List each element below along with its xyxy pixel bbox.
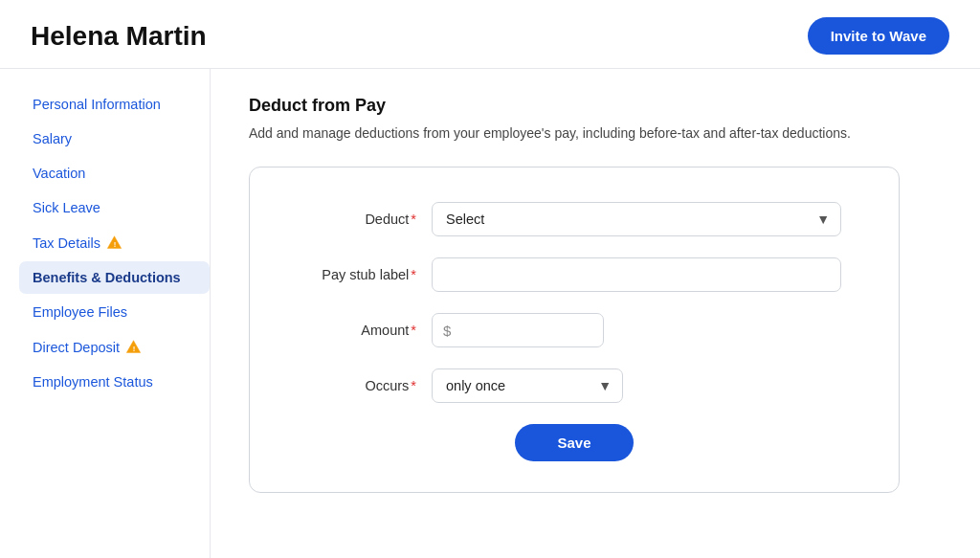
deduct-select-wrap: Select ▼: [432, 202, 841, 236]
sidebar-item-label: Vacation: [33, 166, 85, 181]
sidebar-item-label: Personal Information: [33, 97, 161, 112]
sidebar-item-label: Salary: [33, 131, 72, 146]
pay-stub-label-input[interactable]: [432, 257, 841, 292]
sidebar-item-personal-information[interactable]: Personal Information: [19, 88, 210, 121]
required-star: *: [411, 212, 416, 227]
occurs-label: Occurs*: [307, 378, 432, 393]
svg-text:!: !: [133, 345, 136, 353]
warning-icon: !: [106, 234, 122, 251]
svg-text:!: !: [114, 240, 117, 249]
deduct-form-card: Deduct* Select ▼ Pay stub label*: [249, 167, 900, 493]
sidebar-item-salary[interactable]: Salary: [19, 123, 210, 155]
sidebar-item-label: Benefits & Deductions: [33, 270, 181, 285]
sidebar-item-benefits-deductions[interactable]: Benefits & Deductions: [19, 261, 210, 294]
section-description: Add and manage deductions from your empl…: [249, 123, 900, 144]
save-row: Save: [307, 424, 841, 461]
deduct-select[interactable]: Select: [432, 202, 841, 236]
amount-wrap: $: [432, 313, 604, 347]
content-area: Deduct from Pay Add and manage deduction…: [211, 69, 980, 558]
occurs-select[interactable]: only once each pay run custom: [432, 368, 623, 403]
pay-stub-label-row: Pay stub label*: [307, 257, 841, 292]
sidebar-item-label: Direct Deposit: [33, 340, 120, 355]
sidebar-item-label: Tax Details: [33, 235, 100, 251]
warning-icon: !: [125, 339, 142, 355]
deduct-row: Deduct* Select ▼: [307, 202, 841, 236]
sidebar-item-employee-files[interactable]: Employee Files: [19, 296, 210, 328]
sidebar: Personal Information Salary Vacation Sic…: [0, 69, 211, 558]
sidebar-item-vacation[interactable]: Vacation: [19, 157, 210, 190]
page-header: Helena Martin Invite to Wave: [0, 0, 980, 69]
required-star: *: [411, 378, 416, 393]
amount-wrap-outer: $: [432, 313, 841, 347]
deduct-label: Deduct*: [307, 212, 432, 227]
sidebar-item-label: Sick Leave: [33, 200, 100, 215]
amount-row: Amount* $: [307, 313, 841, 347]
required-star: *: [411, 267, 416, 282]
amount-label: Amount*: [307, 323, 432, 338]
sidebar-item-direct-deposit[interactable]: Direct Deposit !: [19, 330, 210, 364]
page-title: Helena Martin: [31, 21, 207, 52]
save-button[interactable]: Save: [515, 424, 633, 461]
section-title: Deduct from Pay: [249, 96, 942, 116]
occurs-wrap: only once each pay run custom ▼: [432, 368, 623, 403]
amount-input[interactable]: [432, 313, 604, 347]
sidebar-item-label: Employee Files: [33, 304, 127, 320]
sidebar-item-employment-status[interactable]: Employment Status: [19, 366, 210, 398]
invite-to-wave-button[interactable]: Invite to Wave: [808, 17, 949, 55]
pay-stub-label-wrap: [432, 257, 841, 292]
pay-stub-label-label: Pay stub label*: [307, 267, 432, 282]
occurs-row: Occurs* only once each pay run custom ▼: [307, 368, 841, 403]
sidebar-item-label: Employment Status: [33, 374, 153, 390]
sidebar-item-sick-leave[interactable]: Sick Leave: [19, 191, 210, 224]
required-star: *: [411, 323, 416, 338]
main-layout: Personal Information Salary Vacation Sic…: [0, 69, 980, 558]
sidebar-item-tax-details[interactable]: Tax Details !: [19, 226, 210, 259]
